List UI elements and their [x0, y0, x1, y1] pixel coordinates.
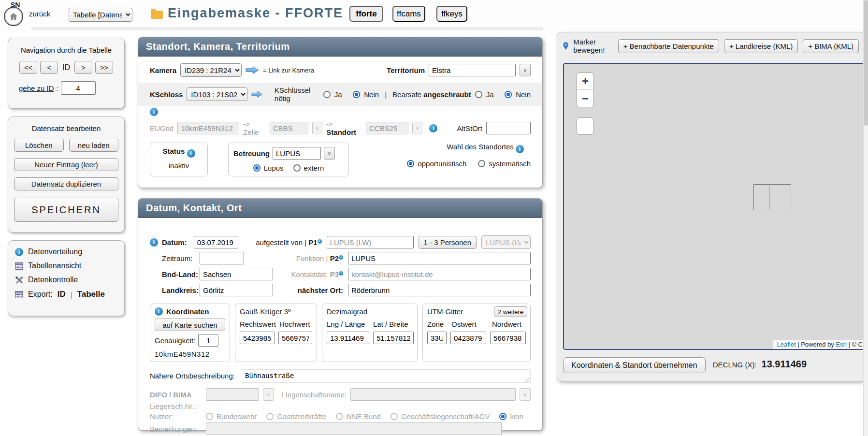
datenverteilung-link[interactable]: Datenverteilung	[15, 247, 117, 256]
betreuung-extern-label: extern	[304, 164, 324, 172]
goto-id-link[interactable]: gehe zu ID	[19, 84, 54, 92]
personen-button[interactable]: 1 - 3 Personen	[419, 236, 477, 249]
benachbarte-datenpunkte-button[interactable]: + Benachbarte Datenpunkte	[618, 39, 719, 53]
kschluessel-nein-radio[interactable]	[353, 91, 360, 98]
auf-karte-suchen-button[interactable]: auf Karte suchen	[155, 319, 225, 331]
back-link[interactable]: zurück	[29, 10, 50, 18]
zoom-out-button[interactable]: −	[577, 90, 593, 107]
zeitraum-input[interactable]	[200, 252, 244, 264]
esri-link[interactable]: Esri	[836, 341, 846, 348]
eugrid-label: EUGrid	[150, 124, 174, 132]
ostwert-input[interactable]	[450, 332, 486, 344]
betreuung-input[interactable]	[273, 147, 321, 160]
koordinaten-uebernehmen-button[interactable]: Koordinaten & Standort übernehmen	[563, 357, 706, 373]
ortsbeschreibung-textarea[interactable]: Bühnaustraße	[241, 369, 531, 383]
datum-input[interactable]	[194, 236, 238, 248]
app-button-ffkeys[interactable]: ffkeys	[436, 6, 467, 22]
leaflet-link[interactable]: Leaflet	[777, 341, 796, 348]
info-icon[interactable]	[429, 124, 437, 132]
info-icon[interactable]	[150, 238, 158, 247]
map-marker-icon	[563, 40, 568, 52]
utm-col2: Ostwert	[451, 320, 487, 328]
gaststreitkraefte-radio	[266, 413, 274, 420]
eugrid-row: EUGrid -> Zelle -> Standort AltStOrt	[138, 120, 542, 136]
kontaktdat-label: Kontaktdat. P3	[273, 270, 348, 278]
bearsafe-nein-radio[interactable]	[505, 91, 512, 98]
zoom-in-button[interactable]: +	[577, 73, 593, 90]
goto-id-input[interactable]	[61, 81, 96, 95]
rechtswert-input[interactable]	[240, 332, 275, 344]
export-id-link[interactable]: ID	[58, 290, 66, 299]
nav-last-button[interactable]: >>	[95, 61, 113, 74]
kschloss-select[interactable]: ID103 : 21S02	[187, 87, 247, 101]
systematisch-radio[interactable]	[478, 160, 485, 167]
p3-input[interactable]	[348, 268, 531, 280]
p1-select: LUPUS (LW	[481, 235, 531, 249]
nordwert-input[interactable]	[490, 332, 526, 344]
betreuung-dropdown-button[interactable]	[324, 147, 335, 160]
landkreis-input[interactable]	[200, 284, 273, 296]
save-button[interactable]: SPEICHERN	[14, 198, 118, 222]
kamera-select[interactable]: ID239 : 21R24	[180, 63, 242, 77]
link-arrow-icon[interactable]	[251, 90, 262, 99]
info-icon[interactable]	[516, 145, 524, 153]
info-icon[interactable]	[150, 108, 158, 116]
betreuung-extern-radio[interactable]	[293, 164, 301, 172]
lat-input[interactable]	[373, 332, 414, 344]
reload-button[interactable]: neu laden	[69, 139, 119, 152]
liegensch-nr-label: Liegensch.Nr.:	[150, 402, 202, 410]
tabellenansicht-link[interactable]: Tabellenansicht	[15, 262, 117, 270]
map-tile-outline	[753, 184, 791, 210]
kschluessel-label: KSchlüssel nötig	[275, 86, 319, 102]
info-icon[interactable]	[155, 307, 163, 316]
bearsafe-ja-radio[interactable]	[475, 91, 482, 98]
naechster-ort-input[interactable]	[348, 284, 531, 296]
export-separator: |	[71, 291, 72, 299]
koordinaten-box: Koordinaten auf Karte suchen Genauigkeit…	[150, 304, 230, 362]
standort-input	[366, 122, 408, 134]
new-entry-button[interactable]: Neuer Eintrag (leer)	[14, 158, 118, 171]
marker-bewegen-label: Marker bewegen!	[573, 38, 608, 54]
lng-input[interactable]	[327, 332, 369, 344]
dez-col2: Lat / Breite	[373, 320, 408, 328]
bndland-input[interactable]	[200, 268, 273, 280]
home-icon[interactable]	[4, 7, 23, 26]
datenkontrolle-link[interactable]: Datenkontrolle	[15, 276, 117, 284]
datum-panel-title: Datum, Kontakt, Ort	[138, 199, 542, 218]
datum-label: Datum:	[162, 238, 194, 247]
info-icon[interactable]	[187, 149, 195, 158]
opportunistisch-radio[interactable]	[407, 160, 414, 167]
app-button-fforte[interactable]: fforte	[349, 6, 383, 22]
hochwert-input[interactable]	[278, 332, 312, 344]
kschluessel-ja-radio[interactable]	[323, 91, 331, 98]
zone-input[interactable]	[427, 332, 447, 344]
nav-first-button[interactable]: <<	[19, 61, 37, 74]
app-button-ffcams[interactable]: ffcams	[392, 6, 425, 22]
map-canvas[interactable]: + − Leaflet | Powered by Esri | © C	[563, 63, 865, 350]
nav-next-button[interactable]: >	[74, 61, 92, 74]
gk-title: Gauß-Krüger 3º	[240, 307, 312, 316]
mehr-koordinaten-button[interactable]: 2 weitere	[494, 306, 527, 317]
link-arrow-icon[interactable]	[246, 66, 259, 74]
gk-headers: Rechtswert Hochwert	[240, 320, 312, 328]
attribution-tail: | © C	[847, 341, 863, 348]
header-divider	[31, 27, 543, 30]
landkreise-kml-button[interactable]: + Landkreise (KML)	[724, 39, 798, 53]
page-scrollbar[interactable]	[863, 0, 868, 436]
duplicate-button[interactable]: Datensatz duplizieren	[14, 177, 118, 190]
scrollbar-thumb[interactable]	[864, 0, 868, 126]
map-extra-button[interactable]	[577, 117, 594, 135]
bima-kml-button[interactable]: + BIMA (KML)	[803, 39, 859, 53]
altstort-input[interactable]	[486, 122, 531, 134]
territorium-dropdown-button[interactable]	[520, 64, 531, 76]
liegensch-nr-row: Liegensch.Nr.:	[150, 402, 531, 410]
p2-input[interactable]	[348, 252, 531, 264]
export-tabelle-link[interactable]: Tabelle	[77, 290, 105, 299]
territorium-input[interactable]	[429, 64, 516, 76]
betreuung-lupus-radio[interactable]	[253, 164, 260, 172]
genauigkeit-input[interactable]	[198, 334, 218, 347]
nav-prev-button[interactable]: <	[40, 61, 58, 74]
delete-button[interactable]: Löschen	[14, 139, 64, 152]
p1-input[interactable]	[327, 236, 414, 248]
table-select[interactable]: Tabelle [Datens	[69, 8, 132, 22]
